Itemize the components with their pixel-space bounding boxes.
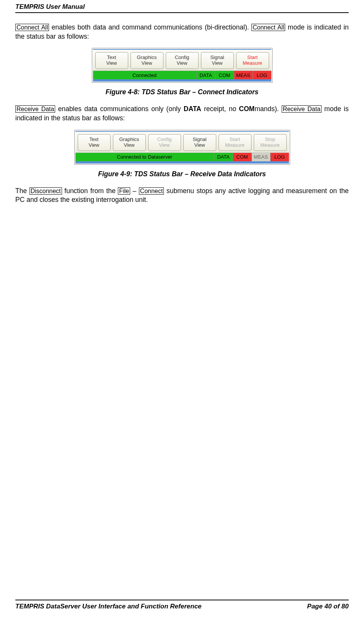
toolbar-button[interactable]: ConfigView	[148, 134, 181, 151]
text: –	[130, 187, 139, 195]
status-indicator: COM	[215, 71, 234, 79]
toolbar-button[interactable]: TextView	[95, 52, 128, 69]
toolbar-screenshot: TextViewGraphicsViewConfigViewSignalView…	[74, 130, 290, 165]
page-number: Page 40 of 80	[307, 603, 349, 610]
page-footer: TEMPRIS DataServer User Interface and Fu…	[15, 600, 349, 610]
text: function from the	[62, 187, 118, 195]
figure-4-8: TextViewGraphicsViewConfigViewSignalView…	[15, 48, 349, 83]
figure-caption: Figure 4-8: TDS Status Bar – Connect Ind…	[15, 88, 349, 96]
status-text: Connected	[93, 71, 196, 79]
text: enables both data and command communicat…	[49, 23, 251, 31]
status-indicator: LOG	[253, 71, 271, 79]
ui-ref-receive-data: Receive Data	[282, 105, 322, 113]
text: enables data communications only (only	[55, 105, 183, 113]
text: mands).	[255, 105, 281, 113]
status-text: Connected to Dataserver	[75, 153, 214, 161]
footer-title: TEMPRIS DataServer User Interface and Fu…	[15, 603, 202, 610]
bold-text: DATA	[184, 105, 201, 113]
ui-ref-connect-all: Connect All	[251, 24, 285, 31]
ui-ref-connect-all: Connect All	[15, 24, 49, 31]
ui-ref-receive-data: Receive Data	[15, 105, 55, 113]
bold-text: COM	[239, 105, 255, 113]
status-indicator: MEAS	[234, 71, 253, 79]
toolbar-screenshot: TextViewGraphicsViewConfigViewSignalView…	[92, 48, 273, 83]
status-indicator: COM	[233, 153, 251, 161]
paragraph-connect-all: Connect All enables both data and comman…	[15, 23, 349, 41]
toolbar-button[interactable]: SignalView	[201, 52, 234, 69]
ui-ref-connect: Connect	[139, 187, 164, 195]
figure-caption: Figure 4-9: TDS Status Bar – Receive Dat…	[15, 170, 349, 178]
status-indicator: DATA	[214, 153, 233, 161]
toolbar-button[interactable]: ConfigView	[166, 52, 199, 69]
page-header: TEMPRIS User Manual	[15, 0, 349, 13]
figure-4-9: TextViewGraphicsViewConfigViewSignalView…	[15, 130, 349, 165]
ui-ref-file: File	[118, 187, 130, 195]
ui-ref-disconnect: Disconnect	[29, 187, 62, 195]
toolbar-button[interactable]: StopMeasure	[254, 134, 287, 151]
text: receipt, no	[201, 105, 239, 113]
toolbar-button[interactable]: SignalView	[183, 134, 216, 151]
manual-title: TEMPRIS User Manual	[15, 3, 85, 10]
status-indicator: LOG	[270, 153, 289, 161]
toolbar-button[interactable]: StartMeasure	[219, 134, 251, 151]
paragraph-disconnect: The Disconnect function from the File – …	[15, 187, 349, 205]
toolbar-button[interactable]: TextView	[78, 134, 111, 151]
toolbar-button[interactable]: GraphicsView	[131, 52, 163, 69]
toolbar-button[interactable]: GraphicsView	[113, 134, 146, 151]
text: The	[15, 187, 29, 195]
paragraph-receive-data: Receive Data enables data communications…	[15, 105, 349, 123]
toolbar-button[interactable]: StartMeasure	[236, 52, 269, 69]
status-indicator: DATA	[196, 71, 215, 79]
status-indicator: MEAS	[251, 153, 270, 161]
